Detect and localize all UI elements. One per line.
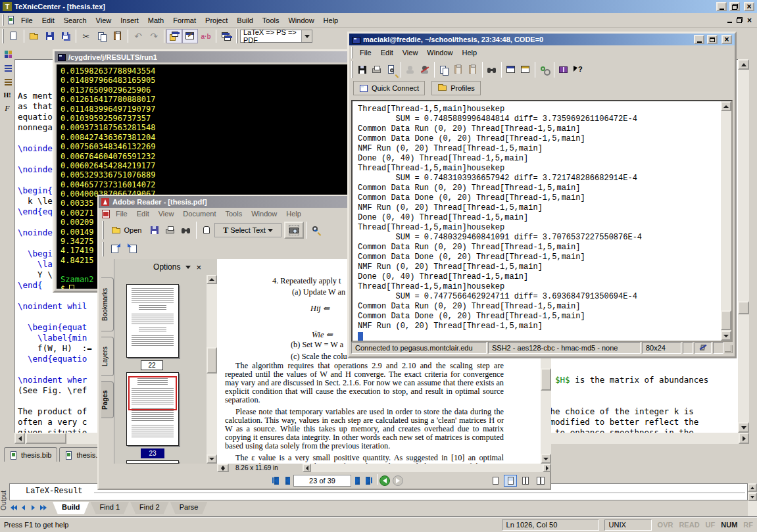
output-tab[interactable]: Find 1	[91, 502, 130, 514]
tab-scroll-left-icon[interactable]	[19, 503, 28, 512]
settings-button[interactable]	[537, 62, 552, 77]
mdi-minimize-button[interactable]	[725, 16, 735, 24]
close-panel-icon[interactable]: ×	[196, 262, 201, 272]
pan-handle-icon[interactable]	[217, 464, 229, 472]
horizontal-scroll-track[interactable]	[311, 464, 543, 472]
menu-item[interactable]: Search	[59, 15, 91, 26]
editor-vertical-scrollbar[interactable]	[738, 59, 749, 433]
select-text-tool-button[interactable]: T Select Text	[214, 223, 281, 237]
minimize-button[interactable]	[694, 35, 704, 44]
header-insert-button[interactable]: H!	[1, 89, 14, 101]
mdi-close-button[interactable]: ×	[745, 16, 754, 24]
page-number-field[interactable]: 23 of 39	[293, 475, 351, 487]
tab-layers[interactable]: Layers	[101, 337, 114, 376]
menu-item[interactable]: View	[91, 15, 116, 26]
menu-item[interactable]: Insert	[116, 15, 143, 26]
new-file-transfer-button[interactable]	[518, 62, 533, 77]
tab-thesis-bib[interactable]: thesis.bib	[4, 447, 57, 462]
menu-item[interactable]: Window	[247, 208, 281, 219]
menu-item[interactable]: Project	[201, 15, 232, 26]
window-switch-button[interactable]	[218, 29, 234, 43]
save-all-button[interactable]	[58, 29, 74, 43]
bullet-list-button[interactable]	[1, 61, 14, 73]
single-page-layout-button[interactable]	[489, 475, 502, 487]
snapshot-tool-button[interactable]	[284, 222, 304, 239]
mdi-restore-button[interactable]	[735, 16, 745, 24]
next-page-icon[interactable]	[351, 475, 363, 487]
scroll-down-icon[interactable]	[748, 493, 757, 501]
next-view-icon[interactable]	[393, 475, 403, 486]
facing-layout-button[interactable]	[534, 475, 547, 487]
page-thumbnail-23[interactable]	[126, 372, 179, 446]
menu-item[interactable]: Build	[232, 15, 257, 26]
thumbnails-scrollbar[interactable]	[207, 275, 217, 464]
disconnect-button[interactable]	[403, 62, 418, 77]
open-button[interactable]	[26, 29, 42, 43]
insert-construct-button[interactable]	[1, 47, 14, 59]
page-label-23[interactable]: 23	[141, 448, 164, 458]
undo-button[interactable]: ↶	[130, 29, 146, 43]
tab-bookmarks[interactable]: Bookmarks	[101, 278, 114, 331]
minimize-button[interactable]	[716, 2, 727, 11]
toolbar-gripper[interactable]	[102, 242, 104, 256]
restore-button[interactable]	[729, 2, 740, 11]
cut-button[interactable]: ✂	[78, 29, 94, 43]
options-menu-button[interactable]: Options	[153, 262, 180, 272]
hand-tool-button[interactable]	[199, 223, 214, 237]
page-label-22[interactable]: 22	[141, 360, 163, 370]
scroll-up-icon[interactable]	[738, 59, 749, 70]
current-view-box[interactable]	[128, 376, 177, 410]
function-insert-button[interactable]: F	[1, 103, 14, 114]
search-button[interactable]	[178, 223, 194, 237]
toolbar-gripper[interactable]	[102, 221, 104, 239]
output-tab[interactable]: Find 2	[130, 502, 169, 514]
scroll-down-icon[interactable]	[207, 454, 217, 464]
numbered-list-button[interactable]	[1, 75, 14, 87]
previous-view-icon[interactable]	[379, 475, 390, 486]
whitespace-toggle-button[interactable]: a·b	[198, 29, 214, 43]
ssh-titlebar[interactable]: maciakl@freddie, ~/school/thesis, 23:34:…	[349, 34, 735, 45]
copy-button[interactable]	[94, 29, 110, 43]
project-view-toggle-button[interactable]	[166, 29, 182, 43]
tab-scroll-right-icon[interactable]	[29, 503, 37, 512]
scrollbar-thumb[interactable]	[721, 310, 731, 330]
menu-item[interactable]: Edit	[132, 208, 154, 219]
save-button[interactable]	[355, 62, 370, 77]
print-button[interactable]	[162, 223, 178, 237]
dropdown-icon[interactable]	[268, 229, 273, 232]
menu-item[interactable]: Help	[281, 208, 306, 219]
find-button[interactable]	[485, 62, 499, 77]
save-button[interactable]	[42, 29, 58, 43]
scroll-up-icon[interactable]	[721, 101, 731, 111]
maximize-button[interactable]	[707, 35, 718, 44]
combobox-dropdown-icon[interactable]	[301, 30, 312, 42]
scrollbar-thumb[interactable]	[541, 368, 551, 391]
context-help-button[interactable]: ?	[571, 62, 585, 77]
previous-view-page-button[interactable]	[106, 242, 124, 256]
menu-item[interactable]: Edit	[376, 47, 398, 58]
toolbar-gripper[interactable]	[2, 29, 4, 43]
last-page-icon[interactable]	[363, 475, 375, 487]
scroll-down-icon[interactable]	[541, 454, 551, 464]
build-view-toggle-button[interactable]	[182, 29, 198, 43]
menu-item[interactable]: Help	[319, 15, 343, 26]
build-profile-combobox[interactable]: LaTeX => PS => PDF	[240, 30, 312, 43]
scrollbar-thumb[interactable]	[207, 347, 217, 374]
menu-item[interactable]: File	[16, 15, 37, 26]
menu-item[interactable]: Window	[422, 47, 457, 58]
scroll-left-icon[interactable]	[14, 433, 25, 444]
terminal-scrollbar[interactable]	[721, 101, 731, 341]
menu-item[interactable]: Tools	[221, 208, 247, 219]
paste-button[interactable]	[451, 62, 466, 77]
menu-item[interactable]: Window	[283, 15, 318, 26]
texniccenter-titlebar[interactable]: T TeXnicCenter - [thesis.tex] ×	[0, 0, 757, 13]
open-button[interactable]: Open	[106, 223, 147, 237]
menu-item[interactable]: Tools	[258, 15, 284, 26]
menu-item[interactable]: File	[111, 208, 132, 219]
output-tab[interactable]: Build	[53, 502, 89, 514]
scroll-down-icon[interactable]	[738, 422, 749, 433]
redo-button[interactable]: ↷	[146, 29, 162, 43]
console-titlebar[interactable]: /cygdrive/j/RESULTS/run1	[55, 51, 366, 62]
close-button[interactable]: ×	[721, 35, 732, 44]
output-tab[interactable]: Parse	[170, 502, 208, 514]
